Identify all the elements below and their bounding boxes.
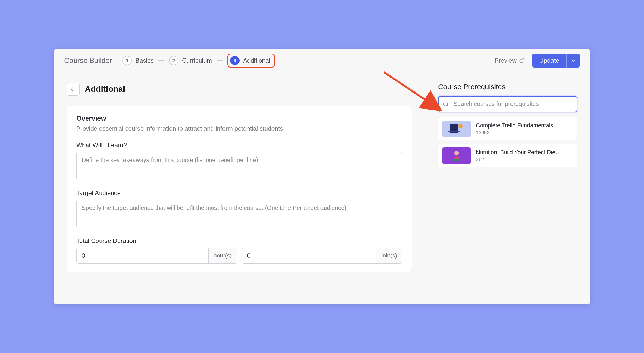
arrow-left-icon: [70, 86, 76, 92]
overview-heading: Overview: [76, 114, 402, 122]
external-link-icon: [519, 58, 524, 63]
hours-field: hour(s): [76, 248, 237, 264]
chevron-down-icon: [571, 58, 576, 63]
course-thumbnail: [442, 147, 471, 164]
main-column: Additional Overview Provide essential co…: [54, 72, 425, 304]
preview-link[interactable]: Preview: [494, 57, 524, 64]
update-button-group: Update: [532, 54, 580, 68]
step-label: Additional: [243, 57, 270, 64]
mins-suffix: min(s): [376, 248, 402, 263]
step-label: Curriculum: [182, 57, 212, 64]
target-audience-label: Target Audience: [76, 189, 402, 197]
step-curriculum[interactable]: 2 Curriculum: [169, 56, 212, 65]
target-audience-input[interactable]: [76, 200, 402, 228]
overview-subtitle: Provide essential course information to …: [76, 125, 402, 132]
hours-suffix: hour(s): [208, 248, 237, 263]
prerequisites-heading: Course Prerequisites: [438, 83, 577, 91]
overview-card: Overview Provide essential course inform…: [67, 106, 412, 272]
svg-point-9: [454, 151, 459, 155]
step-additional[interactable]: 3 Additional: [230, 56, 270, 65]
prerequisite-info: Nutrition: Build Your Perfect Die… 362: [476, 149, 573, 162]
step-number-active: 3: [230, 56, 240, 65]
body: Additional Overview Provide essential co…: [54, 72, 590, 304]
course-builder-window: Course Builder 1 Basics 2 Curriculum 3 A…: [54, 49, 590, 304]
svg-line-0: [521, 58, 524, 61]
step-number: 1: [122, 56, 132, 65]
prerequisite-title: Complete Trello Fundamentals …: [476, 122, 573, 129]
prerequisite-title: Nutrition: Build Your Perfect Die…: [476, 149, 573, 156]
step-label: Basics: [135, 57, 154, 64]
svg-rect-7: [448, 131, 460, 132]
svg-point-6: [458, 124, 463, 128]
course-thumbnail: [442, 121, 471, 137]
prerequisites-search: [438, 96, 577, 112]
page-title: Additional: [85, 84, 125, 94]
duration-row: hour(s) min(s): [76, 248, 402, 264]
app-title: Course Builder: [64, 56, 112, 65]
prerequisite-count: 362: [476, 157, 573, 162]
topbar: Course Builder 1 Basics 2 Curriculum 3 A…: [54, 49, 590, 72]
prerequisite-info: Complete Trello Fundamentals … 13992: [476, 122, 573, 136]
prerequisite-item[interactable]: Complete Trello Fundamentals … 13992: [438, 117, 577, 140]
search-icon: [443, 101, 449, 107]
duration-label: Total Course Duration: [76, 237, 402, 245]
svg-line-3: [447, 105, 448, 106]
topbar-actions: Preview Update: [494, 54, 580, 68]
hours-input[interactable]: [77, 248, 208, 263]
prerequisites-search-input[interactable]: [438, 96, 577, 112]
step-additional-highlighted: 3 Additional: [227, 54, 275, 68]
prerequisite-item[interactable]: Nutrition: Build Your Perfect Die… 362: [438, 144, 577, 167]
svg-rect-10: [453, 159, 460, 161]
step-separator: [158, 60, 164, 61]
mins-field: min(s): [242, 248, 403, 264]
step-separator: [217, 60, 223, 61]
update-dropdown-toggle[interactable]: [566, 54, 580, 68]
step-number: 2: [169, 56, 178, 65]
wizard-steps: 1 Basics 2 Curriculum 3 Additional: [122, 54, 275, 68]
what-learn-label: What Will I Learn?: [76, 141, 402, 149]
update-button[interactable]: Update: [532, 54, 566, 68]
svg-point-2: [443, 102, 448, 106]
preview-label: Preview: [494, 57, 516, 64]
page-header: Additional: [67, 83, 412, 96]
prerequisite-count: 13992: [476, 130, 573, 136]
back-button[interactable]: [67, 83, 80, 96]
step-basics[interactable]: 1 Basics: [122, 56, 154, 65]
mins-input[interactable]: [242, 248, 376, 263]
title-divider: [117, 56, 117, 65]
what-learn-input[interactable]: [76, 152, 402, 180]
sidebar-column: Course Prerequisites Complete Trello Fun…: [425, 72, 590, 304]
